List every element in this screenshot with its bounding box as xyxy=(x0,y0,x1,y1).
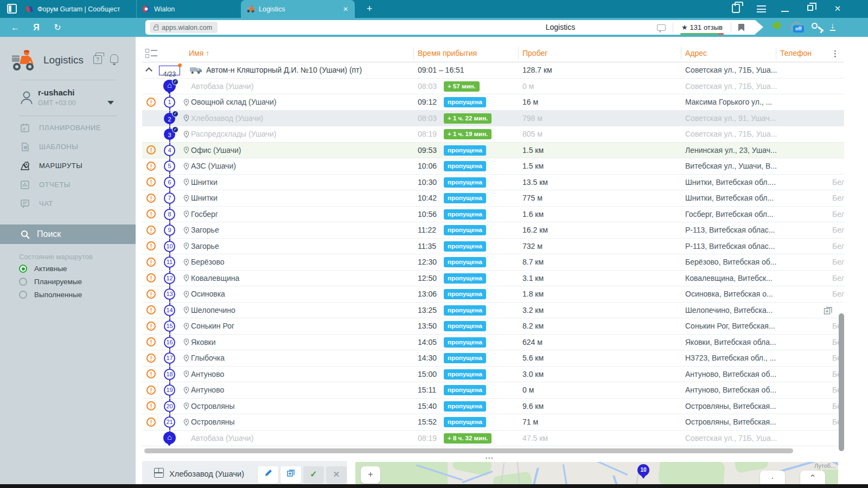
stop-number-badge: 1 xyxy=(164,97,175,108)
yandex-icon[interactable]: Я xyxy=(30,18,43,37)
table-row[interactable]: ! 7 ⌂ ✓ Шнитки 10:42 пропущена 775 м Шни… xyxy=(142,190,844,207)
minimize-button[interactable] xyxy=(781,11,789,12)
table-row[interactable]: ! 17 ⌂ ✓ Глыбочка 14:30 пропущена 5.6 км… xyxy=(142,350,844,367)
table-row[interactable]: ! 9 ⌂ ✓ Загорье 11:22 пропущена 16.2 км … xyxy=(142,222,844,239)
table-row[interactable]: ! 14 ⌂ ✓ Шелопечино 13:25 пропущена 3.2 … xyxy=(142,303,844,319)
sidebar-item-templates[interactable]: ШАБЛОНЫ xyxy=(0,137,136,156)
map-stop-marker[interactable]: 10 xyxy=(637,464,649,476)
column-mileage[interactable]: Пробег xyxy=(522,44,547,62)
stop-number-badge: 17 xyxy=(164,352,175,364)
radio-active[interactable]: Активные xyxy=(19,265,67,273)
edit-button[interactable] xyxy=(258,466,278,484)
map[interactable]: 10 Лутоб... + · ⌃ xyxy=(355,462,838,484)
columns-menu-icon[interactable]: ⋮ xyxy=(831,44,839,62)
copy-plus-icon[interactable] xyxy=(824,306,833,315)
column-name[interactable]: Имя ↑ xyxy=(189,44,209,62)
sidebar-item-chat[interactable]: ЧАТ xyxy=(0,194,136,213)
confirm-button[interactable]: ✓ xyxy=(303,466,324,484)
table-row[interactable]: ! 11 ⌂ ✓ Берёзово 12:30 пропущена 8.7 км… xyxy=(142,254,844,271)
sidebar-item-reports[interactable]: ОТЧЕТЫ xyxy=(0,175,136,194)
column-arrival[interactable]: Время прибытия xyxy=(418,44,477,62)
table-row[interactable]: ! 18 ⌂ ✓ Антуново 15:00 пропущена 3.0 км… xyxy=(142,367,844,383)
password-extension-icon[interactable] xyxy=(812,23,818,29)
scrollbar-thumb[interactable] xyxy=(144,448,793,453)
table-row[interactable]: ! 4/23 ⌂ ✓ Автом-н Кляшторный Д.И. №10 (… xyxy=(142,62,844,79)
cancel-button[interactable]: ✕ xyxy=(326,466,347,484)
vertical-scrollbar[interactable] xyxy=(839,313,844,451)
sidebar-item-routes[interactable]: МАРШРУТЫ xyxy=(0,156,136,175)
tab-panels-icon[interactable] xyxy=(732,4,740,13)
table-row[interactable]: ! 6 ⌂ ✓ Шнитки 10:30 пропущена 13.5 км Ш… xyxy=(142,175,844,191)
address-value: Антуново, Витебская об... xyxy=(685,367,778,383)
new-tab-button[interactable]: + xyxy=(362,2,376,16)
sidebar-panel-icon[interactable] xyxy=(7,4,17,14)
table-row[interactable]: ! 13 ⌂ ✓ Осиновка 13:06 пропущена 1.8 км… xyxy=(142,286,844,303)
truck-icon xyxy=(190,67,202,74)
table-row[interactable]: ! 20 ⌂ ✓ Островляны 15:40 пропущена 9.6 … xyxy=(142,399,844,415)
search-input[interactable]: Поиск xyxy=(0,224,136,244)
select-list-icon[interactable] xyxy=(145,49,157,58)
close-button[interactable]: ✕ xyxy=(832,3,844,15)
status-badge: пропущена xyxy=(444,369,486,380)
status-badge: + 8 ч. 32 мин. xyxy=(444,433,492,444)
horizontal-scrollbar[interactable] xyxy=(142,448,837,454)
sidebar-item-planning[interactable]: # ПЛАНИРОВАНИЕ xyxy=(0,118,136,137)
table-row[interactable]: ! 10 ⌂ ✓ Загорье 11:35 пропущена 732 м Р… xyxy=(142,239,844,255)
table-row[interactable]: ! ⌂ ✓ Автобаза (Ушачи) 08:19 + 8 ч. 32 м… xyxy=(142,431,844,447)
map-button-left[interactable]: · xyxy=(760,471,785,484)
wialon-favicon-icon xyxy=(142,5,150,13)
table-row[interactable]: ! 19 ⌂ ✓ Антуново 15:11 пропущена 0 м Ан… xyxy=(142,382,844,399)
map-button-right[interactable]: ⌃ xyxy=(800,471,825,484)
radio-label: Выполненные xyxy=(34,291,82,299)
column-address[interactable]: Адрес xyxy=(685,44,707,62)
browser-tab-wialon[interactable]: Wialon xyxy=(136,0,218,18)
table-row[interactable]: ! 8 ⌂ ✓ Госберг 10:56 пропущена 1.6 км Г… xyxy=(142,207,844,223)
alert-dot xyxy=(178,63,182,67)
browser-tab-logistics[interactable]: Logistics ✕ xyxy=(241,0,355,18)
location-pin-icon xyxy=(183,99,189,106)
collapse-chevron-icon[interactable] xyxy=(145,67,152,74)
table-row[interactable]: ! 2 ⌂ ✓ Хлебозавод (Ушачи) 08:03 + 1 ч. … xyxy=(142,111,844,127)
table-row[interactable]: ! 3 ⌂ ✓ Распредсклады (Ушачи) 08:19 + 1 … xyxy=(142,126,844,143)
browser-tab-forum[interactable]: Форум Gurtam | Сообщест xyxy=(21,0,136,18)
user-menu[interactable]: r-ushachi GMT +03:00 xyxy=(0,85,136,113)
mileage-value: 71 м xyxy=(522,414,538,431)
comment-icon[interactable] xyxy=(657,24,666,31)
radio-planned[interactable]: Планируемые xyxy=(19,278,82,286)
map-zoom-button[interactable]: + xyxy=(361,466,380,484)
table-row[interactable]: ! 12 ⌂ ✓ Ковалевщина 12:50 пропущена 3.1… xyxy=(142,271,844,287)
routes-table: Имя ↑ Время прибытия Пробег Адрес Телефо… xyxy=(136,37,868,488)
back-button[interactable]: ← xyxy=(8,18,23,37)
status-badge: пропущена xyxy=(444,193,486,203)
table-row[interactable]: ! 1 ⌂ ✓ Овощной склад (Ушачи) 09:12 проп… xyxy=(142,94,844,111)
radio-completed[interactable]: Выполненные xyxy=(19,291,82,299)
table-row[interactable]: ! ⌂ ✓ Автобаза (Ушачи) 08:03 + 57 мин. 0… xyxy=(142,79,844,95)
address-bar[interactable]: apps.wialon.com Logistics ★131 отзыв xyxy=(145,20,755,35)
gurtam-favicon-icon xyxy=(26,5,34,13)
table-row[interactable]: ! 15 ⌂ ✓ Сонькин Рог 13:50 пропущена 8.2… xyxy=(142,318,844,335)
divider xyxy=(731,23,731,32)
stop-number-badge: 5 xyxy=(164,160,175,172)
menu-icon[interactable] xyxy=(757,5,766,12)
tab-close-icon[interactable]: ✕ xyxy=(342,5,349,13)
restore-button[interactable] xyxy=(807,5,813,11)
address-value: Советская ул., 91, Ушач... xyxy=(685,111,778,127)
copy-button[interactable] xyxy=(280,466,301,484)
panel-resize-handle[interactable]: ••• xyxy=(486,455,494,461)
reviews-rating[interactable]: ★131 отзыв xyxy=(680,23,724,31)
table-row[interactable]: ! 21 ⌂ ✓ Островляны 15:52 пропущена 71 м… xyxy=(142,414,844,431)
url-chip[interactable]: apps.wialon.com xyxy=(150,22,218,33)
bookmark-flag-icon[interactable] xyxy=(738,24,744,31)
downloads-icon[interactable]: ↓ xyxy=(830,21,835,30)
close-icon: ✕ xyxy=(333,470,340,479)
stop-name: Островляны xyxy=(191,414,408,431)
table-row[interactable]: ! 16 ⌂ ✓ Яковки 14:05 пропущена 624 м Як… xyxy=(142,335,844,351)
column-phone[interactable]: Телефон xyxy=(780,44,812,62)
table-row[interactable]: ! 4 ⌂ ✓ Офис (Ушачи) 09:53 пропущена 1.5… xyxy=(142,143,844,159)
logistics-logo-icon xyxy=(11,49,36,72)
browser-titlebar: Форум Gurtam | Сообщест Wialon Logistics… xyxy=(0,0,868,18)
help-pages-icon[interactable]: ? xyxy=(93,55,102,64)
table-row[interactable]: ! 5 ⌂ ✓ АЗС (Ушачи) 10:06 пропущена 1.5 … xyxy=(142,158,844,175)
reload-button[interactable]: ↻ xyxy=(51,18,64,37)
notifications-bell-icon[interactable] xyxy=(110,54,118,63)
